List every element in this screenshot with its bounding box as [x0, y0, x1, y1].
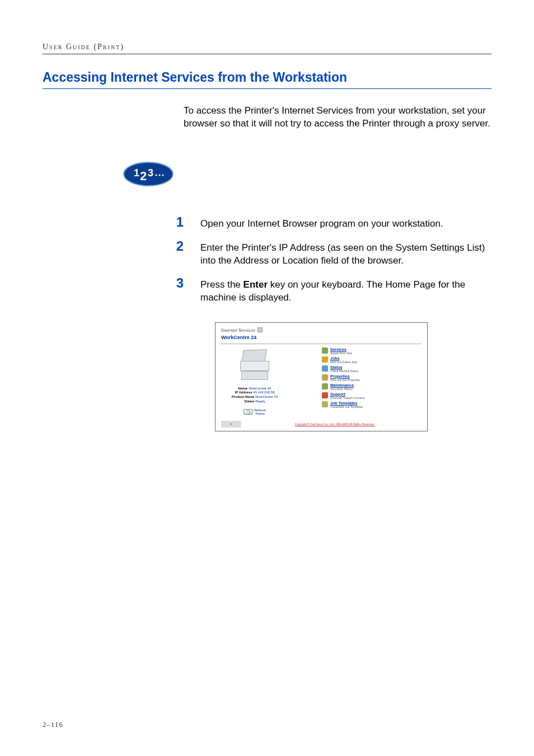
meta-ip-value: 43.143.218.58 [253, 391, 274, 394]
link-properties-sub: View and Set Properties [330, 378, 360, 382]
meta-name-label: Name [238, 387, 247, 390]
ss-left-panel: Name WorkCentre 24 IP Address 43.143.218… [221, 348, 288, 415]
properties-icon [322, 374, 328, 381]
ss-meta-block: Name WorkCentre 24 IP Address 43.143.218… [221, 387, 288, 404]
step-2-number: 2 [156, 238, 184, 254]
link-jobs-title: Jobs [330, 356, 339, 360]
link-status-title: Status [330, 365, 342, 369]
ss-device-name: WorkCentre 24 [221, 335, 421, 340]
step-2-text: Enter the Printer's IP Address (as seen … [200, 242, 491, 267]
link-maintenance-sub: View Error History [330, 387, 354, 391]
meta-ip-label: IP Address [235, 391, 252, 394]
link-job-templates-title: Job Templates [330, 401, 358, 405]
link-properties[interactable]: PropertiesView and Set Properties [322, 374, 421, 382]
xerox-logo-icon: X [221, 421, 241, 428]
section-title: Accessing Internet Services from the Wor… [43, 70, 491, 85]
link-services[interactable]: ServicesSubmit Print Jobs [322, 348, 421, 355]
meta-product-value: WorkCentre 24 [255, 395, 278, 398]
status-icon [322, 365, 328, 372]
step-3-text: Press the Enter key on your keyboard. Th… [200, 279, 491, 304]
jobs-icon [322, 356, 328, 363]
link-jobs[interactable]: JobsView and Delete Jobs [322, 356, 421, 364]
link-status-sub: Check Machine Status [330, 369, 358, 373]
meta-product-label: Product Name [232, 395, 255, 398]
meta-name-value: WorkCentre 24 [249, 387, 271, 390]
svg-point-6 [162, 174, 164, 176]
link-support[interactable]: SupportCustomer Support Contacts [322, 392, 421, 400]
step-1-number: 1 [156, 214, 184, 230]
printer-illustration-icon [238, 350, 271, 382]
meta-status-value: Ready [255, 400, 265, 403]
ss-divider [221, 344, 421, 344]
refresh-icon [243, 409, 252, 415]
ss-title-icon [257, 327, 263, 332]
ss-app-title: Internet Services [221, 327, 255, 333]
link-job-templates[interactable]: Job TemplatesCreate/Edit Job Templates [322, 401, 421, 408]
link-support-title: Support [330, 392, 345, 396]
svg-text:1: 1 [134, 167, 139, 179]
home-page-screenshot: Internet Services WorkCentre 24 Name Wor… [215, 322, 428, 431]
svg-text:2: 2 [140, 169, 147, 183]
step-1: 1 Open your Internet Browser program on … [156, 214, 491, 231]
steps-123-icon: 1 2 3 [123, 162, 174, 186]
title-divider [43, 88, 491, 89]
meta-status-label: Status [244, 400, 254, 403]
step-3-pre: Press the [200, 279, 243, 290]
link-services-sub: Submit Print Jobs [330, 351, 352, 355]
link-maintenance[interactable]: MaintenanceView Error History [322, 383, 421, 391]
step-3-bold: Enter [243, 279, 268, 290]
link-job-templates-sub: Create/Edit Job Templates [330, 405, 363, 408]
svg-text:3: 3 [148, 167, 153, 179]
link-properties-title: Properties [330, 374, 350, 378]
svg-point-5 [159, 174, 161, 176]
link-services-title: Services [330, 348, 346, 351]
link-jobs-sub: View and Delete Jobs [330, 360, 357, 364]
maintenance-icon [322, 383, 328, 389]
step-3: 3 Press the Enter key on your keyboard. … [156, 275, 491, 304]
page-number: 2–116 [43, 720, 63, 729]
ss-copyright: Copyright © Fuji Xerox Co., Ltd. 1999-20… [248, 422, 421, 426]
header-divider [43, 54, 491, 54]
intro-paragraph: To access the Printer's Internet Service… [184, 105, 497, 130]
refresh-status-button[interactable]: RefreshStatus [243, 408, 266, 415]
services-icon [322, 348, 328, 354]
support-icon [322, 392, 328, 398]
job-templates-icon [322, 401, 328, 407]
running-header: User Guide (Print) [43, 43, 491, 51]
svg-point-4 [156, 174, 157, 176]
step-3-number: 3 [156, 275, 184, 291]
refresh-l2: Status [255, 412, 265, 415]
link-maintenance-title: Maintenance [330, 383, 354, 387]
link-support-sub: Customer Support Contacts [330, 396, 365, 400]
ss-right-panel: ServicesSubmit Print Jobs JobsView and D… [322, 348, 421, 415]
step-2: 2 Enter the Printer's IP Address (as see… [156, 238, 491, 267]
link-status[interactable]: StatusCheck Machine Status [322, 365, 421, 373]
step-1-text: Open your Internet Browser program on yo… [200, 218, 491, 231]
